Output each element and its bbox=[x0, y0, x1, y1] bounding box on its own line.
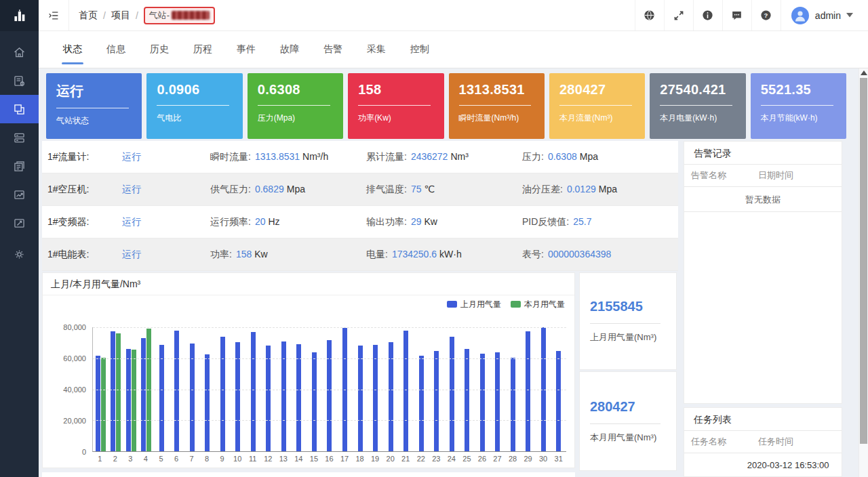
field-label: PID反馈值: bbox=[522, 216, 569, 227]
grid-line bbox=[93, 327, 566, 328]
y-axis-tick: 40,000 bbox=[43, 386, 86, 394]
bar-上月用气量 bbox=[296, 344, 301, 451]
last-month-usage-card: 2155845 上月用气量(Nm³) bbox=[579, 272, 677, 370]
device-field: 功率:158Kw bbox=[210, 249, 366, 261]
alarm-empty-text: 暂无数据 bbox=[684, 187, 842, 212]
alarm-record-panel: 告警记录 告警名称 日期时间 暂无数据 bbox=[684, 141, 842, 404]
gas-usage-chart-card: 上月/本月用气量/Nm³ 上月用气量本月用气量 1234567891011121… bbox=[42, 272, 575, 468]
breadcrumb-station-tag: 气站- bbox=[144, 7, 215, 24]
tab-7[interactable]: 采集 bbox=[355, 31, 398, 68]
sidebar-item-monitor[interactable] bbox=[0, 95, 39, 123]
sidebar-item-reports[interactable] bbox=[0, 152, 39, 180]
fullscreen-button[interactable] bbox=[664, 0, 693, 30]
divider bbox=[56, 108, 129, 108]
tab-5[interactable]: 故障 bbox=[268, 31, 311, 68]
tab-2[interactable]: 历史 bbox=[138, 31, 181, 68]
tab-3[interactable]: 历程 bbox=[181, 31, 224, 68]
language-button[interactable] bbox=[635, 0, 664, 30]
sidebar-item-config[interactable] bbox=[0, 66, 39, 95]
sidebar-item-devices[interactable] bbox=[0, 123, 39, 152]
user-menu[interactable]: admin bbox=[781, 0, 868, 30]
x-axis-tick: 31 bbox=[551, 455, 566, 463]
x-axis-tick: 1 bbox=[92, 455, 108, 463]
tab-4[interactable]: 事件 bbox=[224, 31, 268, 68]
stat-card-7: 5521.35本月节能(kW·h) bbox=[751, 73, 846, 139]
tab-0[interactable]: 状态 bbox=[51, 31, 94, 68]
x-axis-tick: 3 bbox=[123, 455, 138, 463]
alarm-col-name: 告警名称 bbox=[684, 169, 758, 182]
bar-上月用气量 bbox=[511, 358, 515, 451]
help-button[interactable]: ? bbox=[751, 0, 781, 30]
field-unit: Hz bbox=[268, 216, 279, 227]
breadcrumb: 首页 / 项目 / 气站- bbox=[68, 0, 215, 30]
stat-card-2: 0.6308压力(Mpa) bbox=[248, 73, 343, 139]
y-axis-tick: 80,000 bbox=[43, 323, 86, 331]
tab-8[interactable]: 控制 bbox=[398, 31, 441, 68]
divider bbox=[660, 105, 732, 106]
field-value: 2436272 bbox=[411, 151, 448, 162]
stat-card-label: 本月流量(Nm³) bbox=[559, 112, 635, 124]
legend-item-1[interactable]: 本月用气量 bbox=[511, 299, 565, 310]
x-axis-tick: 14 bbox=[291, 455, 307, 463]
field-value: 20 bbox=[255, 216, 266, 227]
grid-line bbox=[93, 358, 566, 359]
field-unit: Kw bbox=[254, 249, 267, 260]
device-name: 1#流量计: bbox=[47, 151, 122, 163]
y-axis-tick: 60,000 bbox=[43, 354, 86, 362]
x-axis-tick: 21 bbox=[398, 455, 414, 463]
x-axis-tick: 15 bbox=[307, 455, 322, 463]
chart-title: 上月/本月用气量/Nm³ bbox=[43, 273, 574, 295]
field-value: 75 bbox=[411, 184, 422, 194]
legend-label: 本月用气量 bbox=[524, 299, 565, 310]
tab-6[interactable]: 告警 bbox=[311, 31, 355, 68]
partial-card-below-chart bbox=[42, 472, 575, 477]
y-axis-tick: 20,000 bbox=[43, 417, 86, 425]
legend-item-0[interactable]: 上月用气量 bbox=[447, 299, 501, 310]
tab-1[interactable]: 信息 bbox=[94, 31, 138, 68]
app-logo[interactable] bbox=[0, 0, 39, 31]
field-value: 29 bbox=[411, 216, 422, 227]
breadcrumb-project[interactable]: 项目 bbox=[111, 9, 130, 22]
field-label: 表号: bbox=[522, 249, 544, 260]
x-axis-tick: 4 bbox=[138, 455, 154, 463]
bar-上月用气量 bbox=[434, 351, 439, 451]
bar-上月用气量 bbox=[174, 331, 179, 451]
field-value: 158 bbox=[236, 249, 252, 260]
grid-line bbox=[93, 420, 566, 421]
sidebar-item-home[interactable] bbox=[0, 38, 39, 66]
device-name: 1#电能表: bbox=[47, 249, 122, 261]
stat-card-label: 本月节能(kW·h) bbox=[761, 112, 836, 124]
info-button[interactable] bbox=[693, 0, 722, 30]
x-axis-tick: 24 bbox=[444, 455, 460, 463]
scrollbar-thumb[interactable] bbox=[860, 78, 867, 444]
x-axis-tick: 13 bbox=[276, 455, 292, 463]
plan-icon bbox=[12, 216, 26, 230]
device-field: 电量:1734250.6kW·h bbox=[366, 249, 522, 261]
divider bbox=[761, 105, 833, 106]
sidebar-item-plan[interactable] bbox=[0, 209, 39, 237]
alarm-panel-title: 告警记录 bbox=[684, 142, 842, 165]
field-label: 排气温度: bbox=[366, 184, 407, 194]
field-unit: Nm³ bbox=[450, 151, 468, 162]
sidebar-item-settings[interactable] bbox=[0, 240, 39, 268]
divider bbox=[258, 105, 330, 106]
device-field: 排气温度:75℃ bbox=[366, 184, 522, 196]
bar-上月用气量 bbox=[450, 337, 454, 451]
divider bbox=[459, 105, 532, 106]
task-panel-title: 任务列表 bbox=[684, 408, 842, 431]
help-icon: ? bbox=[760, 9, 772, 22]
svg-text:?: ? bbox=[764, 12, 768, 19]
x-axis-tick: 16 bbox=[321, 455, 337, 463]
message-button[interactable] bbox=[722, 0, 751, 30]
alarm-col-time: 日期时间 bbox=[758, 169, 842, 182]
task-row[interactable]: 2020-03-12 16:53:00 bbox=[684, 453, 842, 477]
breadcrumb-home[interactable]: 首页 bbox=[79, 9, 98, 22]
scrollbar-up-arrow[interactable] bbox=[861, 70, 867, 75]
sidebar-collapse-button[interactable] bbox=[39, 0, 68, 30]
stat-card-value: 158 bbox=[358, 82, 433, 98]
sidebar-item-trend[interactable] bbox=[0, 180, 39, 209]
user-name: admin bbox=[815, 10, 841, 21]
fullscreen-icon bbox=[673, 9, 685, 22]
bar-上月用气量 bbox=[141, 338, 146, 451]
device-row-1: 1#空压机:运行供气压力:0.6829Mpa排气温度:75℃油分压差:0.012… bbox=[42, 173, 678, 206]
